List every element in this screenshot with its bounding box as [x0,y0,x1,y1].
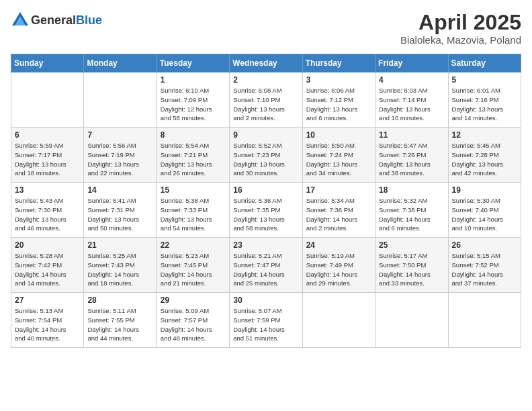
day-number: 9 [233,130,298,140]
calendar-cell: 30Sunrise: 5:07 AM Sunset: 7:59 PM Dayli… [230,293,302,348]
day-number: 19 [452,185,517,195]
calendar-cell: 10Sunrise: 5:50 AM Sunset: 7:24 PM Dayli… [302,128,375,183]
calendar-cell: 3Sunrise: 6:06 AM Sunset: 7:12 PM Daylig… [302,73,375,128]
day-number: 3 [306,75,371,85]
logo: GeneralBlue [11,11,102,30]
day-info: Sunrise: 5:25 AM Sunset: 7:43 PM Dayligh… [87,251,152,288]
week-row: 20Sunrise: 5:28 AM Sunset: 7:42 PM Dayli… [11,238,521,293]
weekday-header: Tuesday [157,54,229,73]
page-title: April 2025 [400,11,521,34]
calendar-cell: 11Sunrise: 5:47 AM Sunset: 7:26 PM Dayli… [375,128,448,183]
calendar-cell: 12Sunrise: 5:45 AM Sunset: 7:28 PM Dayli… [448,128,521,183]
calendar-cell: 24Sunrise: 5:19 AM Sunset: 7:49 PM Dayli… [302,238,375,293]
weekday-header: Thursday [302,54,375,73]
day-number: 27 [15,295,80,305]
day-info: Sunrise: 5:30 AM Sunset: 7:40 PM Dayligh… [452,196,517,233]
calendar-cell: 27Sunrise: 5:13 AM Sunset: 7:54 PM Dayli… [11,293,84,348]
logo-blue: Blue [76,13,102,27]
logo-icon [11,11,30,30]
day-number: 20 [15,240,80,250]
day-number: 11 [379,130,444,140]
day-info: Sunrise: 5:11 AM Sunset: 7:55 PM Dayligh… [87,306,152,343]
day-number: 25 [379,240,444,250]
calendar-cell: 29Sunrise: 5:09 AM Sunset: 7:57 PM Dayli… [157,293,229,348]
calendar-cell: 4Sunrise: 6:03 AM Sunset: 7:14 PM Daylig… [375,73,448,128]
calendar-cell: 26Sunrise: 5:15 AM Sunset: 7:52 PM Dayli… [448,238,521,293]
day-info: Sunrise: 6:06 AM Sunset: 7:12 PM Dayligh… [306,86,371,123]
weekday-header: Friday [375,54,448,73]
day-info: Sunrise: 6:08 AM Sunset: 7:10 PM Dayligh… [233,86,298,123]
day-number: 24 [306,240,371,250]
page-header: GeneralBlue April 2025 Bialoleka, Mazovi… [11,11,521,46]
weekday-header: Monday [84,54,157,73]
calendar-cell: 20Sunrise: 5:28 AM Sunset: 7:42 PM Dayli… [11,238,84,293]
day-info: Sunrise: 5:36 AM Sunset: 7:35 PM Dayligh… [233,196,298,233]
calendar-cell: 6Sunrise: 5:59 AM Sunset: 7:17 PM Daylig… [11,128,84,183]
day-info: Sunrise: 5:59 AM Sunset: 7:17 PM Dayligh… [15,141,80,178]
day-info: Sunrise: 5:54 AM Sunset: 7:21 PM Dayligh… [161,141,226,178]
day-number: 18 [379,185,444,195]
day-number: 7 [87,130,152,140]
day-info: Sunrise: 5:43 AM Sunset: 7:30 PM Dayligh… [15,196,80,233]
weekday-header: Wednesday [230,54,302,73]
calendar-cell: 22Sunrise: 5:23 AM Sunset: 7:45 PM Dayli… [157,238,229,293]
day-number: 16 [233,185,298,195]
day-number: 6 [15,130,80,140]
calendar-cell: 13Sunrise: 5:43 AM Sunset: 7:30 PM Dayli… [11,183,84,238]
day-number: 1 [161,75,226,85]
day-info: Sunrise: 6:03 AM Sunset: 7:14 PM Dayligh… [379,86,444,123]
calendar-cell: 16Sunrise: 5:36 AM Sunset: 7:35 PM Dayli… [230,183,302,238]
day-number: 22 [161,240,226,250]
calendar-cell: 2Sunrise: 6:08 AM Sunset: 7:10 PM Daylig… [230,73,302,128]
day-number: 13 [15,185,80,195]
week-row: 13Sunrise: 5:43 AM Sunset: 7:30 PM Dayli… [11,183,521,238]
day-number: 5 [452,75,517,85]
title-block: April 2025 Bialoleka, Mazovia, Poland [400,11,521,46]
calendar-cell: 25Sunrise: 5:17 AM Sunset: 7:50 PM Dayli… [375,238,448,293]
calendar-cell: 28Sunrise: 5:11 AM Sunset: 7:55 PM Dayli… [84,293,157,348]
day-number: 2 [233,75,298,85]
day-number: 28 [87,295,152,305]
calendar-cell: 15Sunrise: 5:38 AM Sunset: 7:33 PM Dayli… [157,183,229,238]
weekday-header: Sunday [11,54,84,73]
calendar-cell: 8Sunrise: 5:54 AM Sunset: 7:21 PM Daylig… [157,128,229,183]
week-row: 1Sunrise: 6:10 AM Sunset: 7:09 PM Daylig… [11,73,521,128]
weekday-header: Saturday [448,54,521,73]
logo-general: General [31,13,76,27]
day-info: Sunrise: 5:28 AM Sunset: 7:42 PM Dayligh… [15,251,80,288]
day-number: 4 [379,75,444,85]
day-info: Sunrise: 5:13 AM Sunset: 7:54 PM Dayligh… [15,306,80,343]
day-number: 23 [233,240,298,250]
week-row: 27Sunrise: 5:13 AM Sunset: 7:54 PM Dayli… [11,293,521,348]
calendar-cell: 1Sunrise: 6:10 AM Sunset: 7:09 PM Daylig… [157,73,229,128]
calendar-cell: 14Sunrise: 5:41 AM Sunset: 7:31 PM Dayli… [84,183,157,238]
week-row: 6Sunrise: 5:59 AM Sunset: 7:17 PM Daylig… [11,128,521,183]
day-number: 12 [452,130,517,140]
day-info: Sunrise: 5:07 AM Sunset: 7:59 PM Dayligh… [233,306,298,343]
day-number: 8 [161,130,226,140]
calendar-cell [84,73,157,128]
day-number: 21 [87,240,152,250]
calendar-cell: 7Sunrise: 5:56 AM Sunset: 7:19 PM Daylig… [84,128,157,183]
day-info: Sunrise: 5:23 AM Sunset: 7:45 PM Dayligh… [161,251,226,288]
day-info: Sunrise: 6:01 AM Sunset: 7:16 PM Dayligh… [452,86,517,123]
day-info: Sunrise: 5:41 AM Sunset: 7:31 PM Dayligh… [87,196,152,233]
calendar-cell: 21Sunrise: 5:25 AM Sunset: 7:43 PM Dayli… [84,238,157,293]
day-info: Sunrise: 5:17 AM Sunset: 7:50 PM Dayligh… [379,251,444,288]
day-info: Sunrise: 5:52 AM Sunset: 7:23 PM Dayligh… [233,141,298,178]
day-number: 17 [306,185,371,195]
calendar-cell: 5Sunrise: 6:01 AM Sunset: 7:16 PM Daylig… [448,73,521,128]
calendar-cell: 9Sunrise: 5:52 AM Sunset: 7:23 PM Daylig… [230,128,302,183]
calendar-cell [11,73,84,128]
day-info: Sunrise: 5:19 AM Sunset: 7:49 PM Dayligh… [306,251,371,288]
weekday-header-row: SundayMondayTuesdayWednesdayThursdayFrid… [11,54,521,73]
calendar-cell [448,293,521,348]
day-number: 10 [306,130,371,140]
page-subtitle: Bialoleka, Mazovia, Poland [400,34,521,46]
calendar-cell [302,293,375,348]
day-number: 15 [161,185,226,195]
day-info: Sunrise: 6:10 AM Sunset: 7:09 PM Dayligh… [161,86,226,123]
calendar-table: SundayMondayTuesdayWednesdayThursdayFrid… [11,54,521,348]
day-number: 14 [87,185,152,195]
calendar-cell [375,293,448,348]
